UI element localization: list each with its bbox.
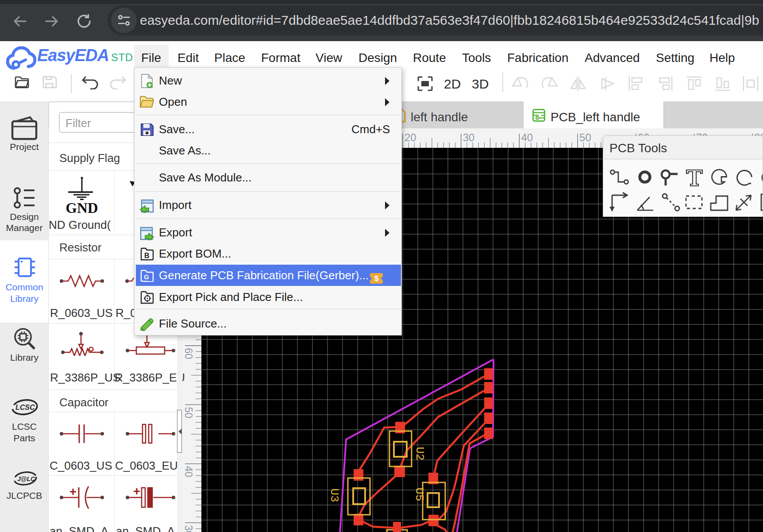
svg-text:30: 30 — [463, 131, 475, 143]
svg-text:20: 20 — [405, 131, 416, 143]
svg-text:U5: U5 — [412, 487, 426, 501]
svg-text:G: G — [144, 273, 149, 281]
svg-text:60: 60 — [183, 348, 194, 359]
svg-text:U3: U3 — [328, 488, 341, 502]
svg-text:$: $ — [374, 274, 379, 283]
svg-text:40: 40 — [521, 131, 533, 143]
svg-text:40: 40 — [183, 466, 194, 478]
svg-text:B: B — [144, 252, 150, 259]
svg-text:50: 50 — [183, 407, 194, 418]
svg-text:50: 50 — [579, 131, 591, 143]
svg-text:J@LC: J@LC — [17, 475, 35, 482]
svg-text:U2: U2 — [413, 447, 426, 460]
svg-text:LCSC: LCSC — [15, 404, 35, 411]
svg-text:30: 30 — [183, 525, 194, 532]
